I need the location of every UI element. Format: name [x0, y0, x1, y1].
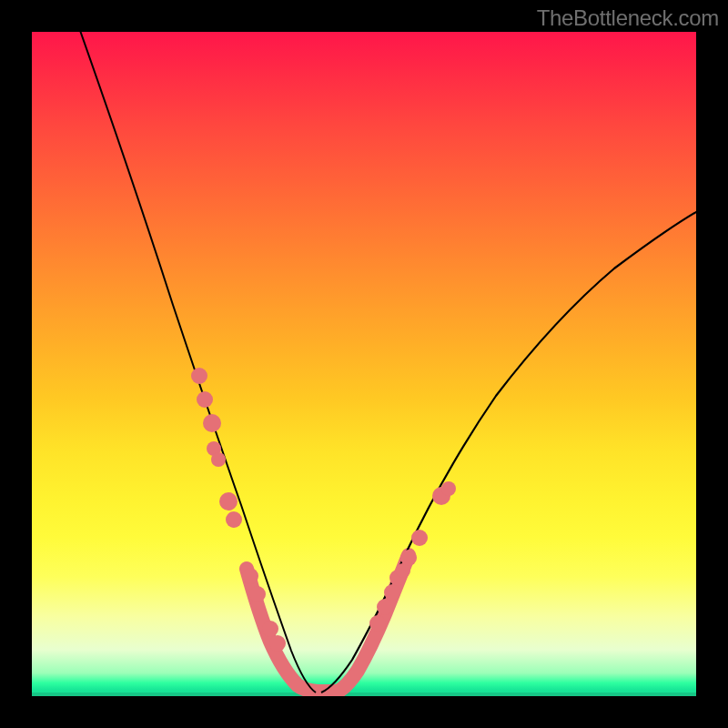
- svg-point-16: [400, 550, 417, 566]
- svg-point-1: [197, 391, 213, 408]
- chart-overlay: [32, 32, 696, 696]
- svg-point-4: [211, 452, 226, 467]
- plot-area: [32, 32, 696, 696]
- curve-left: [77, 32, 316, 693]
- svg-point-7: [242, 568, 258, 584]
- svg-point-6: [226, 511, 242, 528]
- svg-point-8: [249, 586, 266, 602]
- chart-frame: TheBottleneck.com: [0, 0, 728, 728]
- markers-left: [191, 368, 286, 652]
- svg-point-0: [191, 368, 207, 384]
- markers-right: [369, 481, 456, 632]
- svg-point-9: [262, 621, 278, 637]
- svg-point-11: [369, 615, 386, 632]
- svg-point-19: [441, 481, 456, 496]
- svg-point-10: [269, 635, 286, 652]
- svg-point-2: [203, 414, 221, 432]
- svg-point-12: [377, 599, 393, 615]
- svg-point-17: [411, 530, 428, 546]
- attribution-text: TheBottleneck.com: [537, 5, 719, 31]
- svg-point-5: [219, 492, 238, 511]
- svg-point-13: [384, 584, 400, 601]
